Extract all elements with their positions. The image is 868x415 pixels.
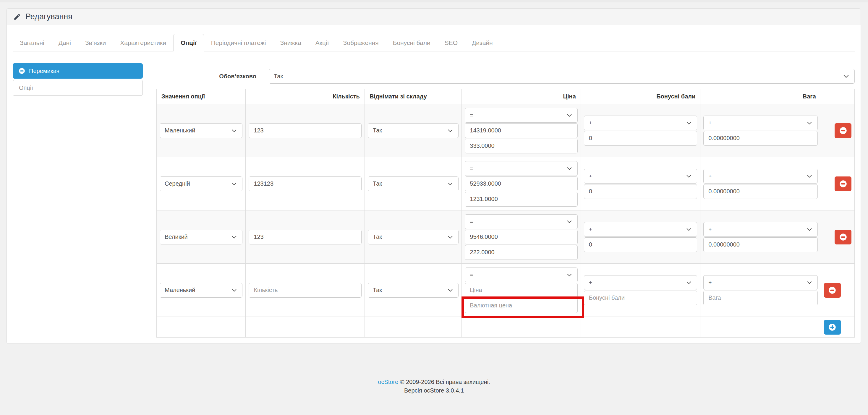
points-prefix-select[interactable]: + [584, 275, 698, 290]
option-value-row: Великий Так = [157, 211, 855, 264]
price-prefix-select[interactable]: = [465, 161, 578, 176]
option-value-select[interactable]: Маленький [160, 123, 242, 138]
option-value-select-value: Великий [165, 233, 188, 240]
option-value-select-value: Маленький [165, 287, 195, 293]
remove-row-button[interactable] [835, 123, 851, 138]
price-prefix-value: = [470, 112, 473, 119]
product-tabs: Загальні Дані Зв’язки Характеристики Опц… [13, 34, 855, 52]
price-input[interactable] [465, 177, 578, 191]
price-prefix-select[interactable]: = [465, 214, 578, 229]
points-input[interactable] [584, 131, 698, 146]
required-select[interactable]: Так [269, 69, 855, 84]
option-value-row-new: Маленький Так = [157, 264, 855, 317]
chevron-down-icon [447, 234, 454, 240]
chevron-down-icon [806, 173, 813, 180]
weight-input[interactable] [703, 131, 818, 146]
price-input[interactable] [465, 230, 578, 245]
points-prefix-value: + [589, 226, 592, 233]
price-input[interactable] [465, 123, 578, 138]
ocstore-link[interactable]: ocStore [378, 379, 398, 385]
currency-price-input[interactable] [465, 298, 578, 313]
weight-input[interactable] [703, 184, 818, 199]
weight-input[interactable] [703, 291, 818, 305]
subtract-stock-select[interactable]: Так [368, 123, 459, 138]
chevron-down-icon [686, 279, 692, 286]
weight-prefix-select[interactable]: + [703, 275, 818, 290]
col-header-subtract-stock: Віднімати зі складу [365, 89, 462, 104]
weight-prefix-select[interactable]: + [703, 169, 818, 184]
currency-price-input[interactable] [465, 192, 578, 206]
remove-row-button[interactable] [824, 283, 841, 298]
option-value-select[interactable]: Великий [160, 230, 242, 245]
chevron-down-icon [686, 120, 692, 126]
price-prefix-value: = [470, 218, 473, 225]
remove-row-button[interactable] [835, 230, 851, 245]
options-sidebar: Перемикач [13, 63, 143, 96]
page-title: Редагування [25, 12, 72, 21]
pencil-icon [13, 13, 21, 21]
points-input[interactable] [584, 291, 698, 305]
points-prefix-select[interactable]: + [584, 169, 698, 184]
points-input[interactable] [584, 237, 698, 252]
chevron-down-icon [231, 287, 238, 293]
minus-circle-icon [839, 233, 847, 241]
tab-option[interactable]: Опції [173, 34, 204, 52]
add-row-button[interactable] [824, 320, 841, 334]
tab-general[interactable]: Загальні [13, 34, 52, 51]
weight-prefix-select[interactable]: + [703, 222, 818, 237]
currency-price-input[interactable] [465, 245, 578, 260]
price-prefix-select[interactable]: = [465, 108, 578, 123]
minus-circle-icon [839, 180, 847, 188]
chevron-down-icon [447, 181, 454, 187]
points-prefix-value: + [589, 279, 592, 286]
points-input[interactable] [584, 184, 698, 199]
subtract-stock-select-value: Так [373, 180, 382, 187]
subtract-stock-select[interactable]: Так [368, 177, 459, 191]
quantity-input[interactable] [249, 177, 362, 191]
chevron-down-icon [447, 287, 454, 293]
subtract-stock-select[interactable]: Так [368, 283, 459, 298]
currency-price-input[interactable] [465, 139, 578, 153]
tab-special[interactable]: Акції [308, 34, 336, 51]
option-value-select[interactable]: Середній [160, 177, 242, 191]
points-prefix-select[interactable]: + [584, 116, 698, 130]
minus-circle-icon [839, 127, 847, 134]
tab-seo[interactable]: SEO [438, 34, 465, 51]
weight-input[interactable] [703, 237, 818, 252]
tab-discount[interactable]: Знижка [273, 34, 308, 51]
tab-attribute[interactable]: Характеристики [113, 34, 173, 51]
chevron-down-icon [231, 234, 238, 240]
quantity-input[interactable] [249, 230, 362, 245]
copyright-line: ocStore © 2009-2026 Всі права захищені. [0, 378, 868, 386]
tab-data[interactable]: Дані [52, 34, 78, 51]
tab-links[interactable]: Зв’язки [78, 34, 113, 51]
price-input[interactable] [465, 283, 578, 298]
subtract-stock-select[interactable]: Так [368, 230, 459, 245]
tab-reward-points[interactable]: Бонусні бали [386, 34, 438, 51]
weight-prefix-value: + [708, 120, 712, 126]
quantity-input[interactable] [249, 123, 362, 138]
subtract-stock-select-value: Так [373, 287, 382, 293]
selected-option-label: Перемикач [29, 68, 59, 74]
points-prefix-select[interactable]: + [584, 222, 698, 237]
copyright-text: © 2009-2026 Всі права захищені. [400, 379, 490, 385]
tab-recurring[interactable]: Періодичні платежі [204, 34, 273, 51]
points-prefix-value: + [589, 173, 592, 180]
selected-option-item[interactable]: Перемикач [13, 63, 143, 78]
tab-image[interactable]: Зображення [336, 34, 386, 51]
tab-design[interactable]: Дизайн [465, 34, 500, 51]
panel-heading: Редагування [7, 8, 861, 25]
option-value-select[interactable]: Маленький [160, 283, 242, 298]
weight-prefix-select[interactable]: + [703, 116, 818, 130]
version-text: Версія ocStore 3.0.4.1 [0, 386, 868, 395]
weight-prefix-value: + [708, 279, 712, 286]
col-header-actions [821, 89, 855, 104]
price-prefix-select[interactable]: = [465, 267, 578, 282]
minus-circle-icon [828, 286, 836, 294]
remove-row-button[interactable] [835, 177, 851, 191]
quantity-input[interactable] [249, 283, 362, 298]
chevron-down-icon [806, 279, 813, 286]
page-footer: ocStore © 2009-2026 Всі права захищені. … [0, 378, 868, 395]
chevron-down-icon [806, 120, 813, 126]
add-option-input[interactable] [13, 80, 143, 96]
